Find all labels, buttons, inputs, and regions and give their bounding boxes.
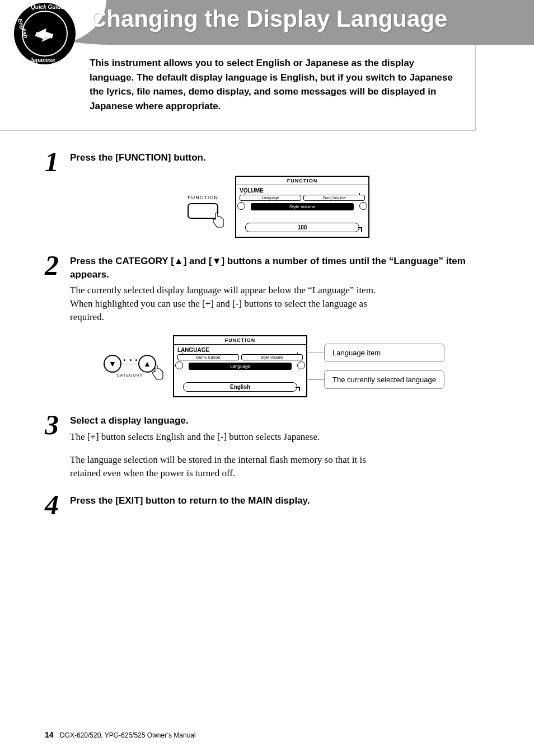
category-buttons-diagram: ▼ ▲ CATEGORY [104, 355, 156, 377]
step-title: Press the CATEGORY [▲] and [▼] buttons a… [70, 255, 487, 281]
knob-right-icon: ► [297, 361, 305, 369]
step-body-p1: The [+] button selects English and the [… [70, 430, 383, 444]
page-footer: 14 DGX-620/520, YPG-625/525 Owner’s Manu… [45, 730, 196, 739]
lcd-title: FUNCTION [174, 336, 306, 345]
function-button-icon [188, 203, 218, 219]
step-number: 2 [45, 249, 59, 281]
step-body-p2: When highlighted you can use the [+] and… [70, 297, 383, 324]
category-down-icon: ▼ [212, 256, 222, 266]
title-part: ] and [ [184, 256, 212, 266]
document-name: DGX-620/520, YPG-625/525 Owner’s Manual [60, 731, 196, 739]
step-number: 4 [45, 489, 59, 521]
step-body-p1: The currently selected display language … [70, 284, 383, 297]
lcd-value: 100 [245, 223, 359, 232]
function-label: FUNCTION [188, 195, 218, 200]
badge-label-bottom: Japanese [30, 57, 55, 63]
title-part: Press the CATEGORY [ [70, 256, 174, 266]
lcd-screen-1: FUNCTION VOLUME Language Song Volume ◄ S… [235, 176, 369, 238]
knob-left-icon: ◄ [175, 361, 183, 369]
knob-right-icon: ► [359, 202, 367, 210]
category-up-icon: ▲ [174, 256, 184, 266]
step-2: 2 Press the CATEGORY [▲] and [▼] buttons… [45, 255, 487, 397]
step-3: 3 Select a display language. The [+] but… [45, 414, 487, 480]
lcd-heading: LANGUAGE [177, 347, 303, 353]
step-title: Press the [FUNCTION] button. [70, 151, 487, 165]
lcd-tab-right: Style Volume [241, 354, 303, 360]
step-title: Press the [EXIT] button to return to the… [70, 494, 487, 508]
lcd-center-item: ◄ Style Volume ► [251, 203, 354, 210]
lcd-heading: VOLUME [240, 187, 365, 194]
step-4: 4 Press the [EXIT] button to return to t… [45, 494, 487, 508]
lcd-center-text: Language [230, 364, 250, 369]
function-button-diagram: FUNCTION [188, 195, 218, 219]
step-number: 1 [45, 145, 59, 178]
lcd-screen-2: FUNCTION LANGUAGE Demo Cancel Style Volu… [173, 335, 307, 397]
lcd-center-text: Style Volume [289, 204, 316, 209]
callout-current-language: The currently selected language [324, 370, 444, 389]
callout-language-item: Language item [324, 344, 444, 362]
knob-left-icon: ◄ [237, 202, 245, 210]
category-label: CATEGORY [117, 373, 143, 377]
lcd-center-item: ◄ Language ► [189, 363, 292, 370]
category-down-button-icon: ▼ [104, 355, 121, 373]
category-up-button-icon: ▲ [138, 355, 156, 373]
lcd-tab-right: Song Volume [303, 195, 365, 201]
step-title: Select a display language. [70, 414, 487, 428]
lcd-title: FUNCTION [236, 177, 368, 185]
pointing-hand-icon [211, 212, 226, 232]
lcd-value: English [183, 382, 297, 392]
page-title: Changing the Display Language [90, 6, 447, 32]
lcd-tab-left: Language [240, 195, 301, 201]
quick-guide-badge: Quick Guide English Japanese [14, 3, 76, 64]
page-number: 14 [45, 730, 54, 739]
badge-label-top: Quick Guide [31, 4, 64, 10]
pointing-hand-icon [151, 364, 165, 384]
step-body-p2: The language selection will be stored in… [70, 453, 383, 480]
lcd-tab-left: Demo Cancel [177, 354, 239, 360]
swap-arrows-icon [34, 22, 56, 45]
step-1: 1 Press the [FUNCTION] button. FUNCTION … [45, 151, 487, 238]
step-number: 3 [45, 408, 59, 441]
